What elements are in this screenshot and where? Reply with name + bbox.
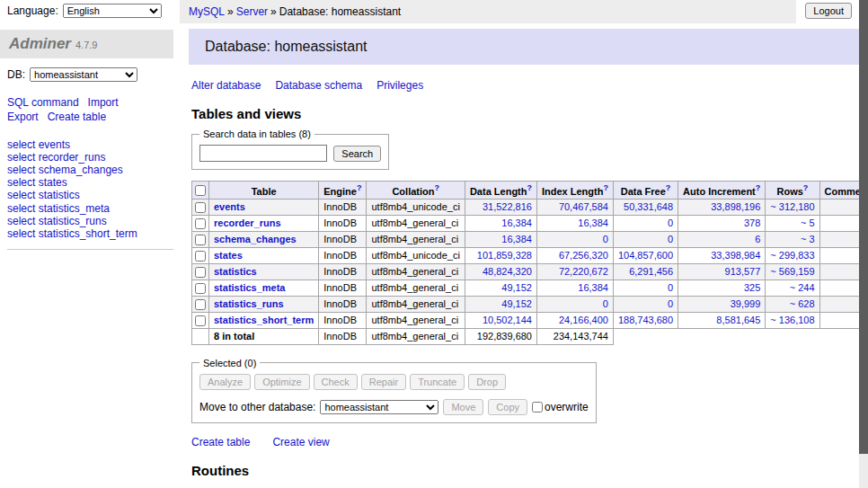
scrollbar-thumb[interactable] (859, 0, 868, 454)
index-length-link[interactable]: 24,166,400 (559, 315, 608, 325)
move-db-select[interactable]: homeassistant (320, 400, 438, 414)
check-button[interactable]: Check (314, 374, 358, 390)
auto-increment-link[interactable]: 33,898,196 (711, 201, 760, 212)
table-name-link[interactable]: statistics_runs (214, 298, 284, 309)
sidebar-item-select-recorder-runs[interactable]: select recorder_runs (7, 151, 173, 164)
select-all-checkbox[interactable] (195, 185, 206, 196)
table-name-link[interactable]: recorder_runs (214, 217, 281, 228)
search-button[interactable]: Search (333, 146, 381, 162)
database-schema-link[interactable]: Database schema (275, 79, 362, 92)
help-icon[interactable]: ? (527, 183, 532, 192)
index-length-link[interactable]: 0 (603, 234, 608, 244)
rows-count-link[interactable]: ~ 3 (801, 234, 815, 244)
alter-database-link[interactable]: Alter database (191, 79, 261, 92)
index-length-link[interactable]: 0 (603, 298, 608, 309)
auto-increment-link[interactable]: 6 (755, 234, 760, 244)
logout-button[interactable]: Logout (805, 3, 852, 19)
data-free-link[interactable]: 6,291,456 (629, 266, 673, 277)
sidebar-item-select-statistics[interactable]: select statistics (7, 189, 173, 201)
scrollbar[interactable] (859, 0, 868, 488)
auto-increment-link[interactable]: 913,577 (725, 266, 761, 277)
row-select-checkbox[interactable] (195, 235, 206, 245)
index-length-link[interactable]: 16,384 (578, 282, 608, 293)
row-select-checkbox[interactable] (195, 299, 206, 310)
breadcrumb-server-link[interactable]: Server (236, 5, 268, 18)
sidebar-item-select-events[interactable]: select events (7, 138, 173, 151)
data-length-link[interactable]: 49,152 (501, 282, 532, 293)
help-icon[interactable]: ? (434, 183, 439, 192)
data-free-link[interactable]: 50,331,648 (624, 201, 673, 212)
data-free-link[interactable]: 0 (668, 234, 673, 244)
table-name-link[interactable]: states (214, 250, 243, 261)
rows-count-link[interactable]: ~ 136,108 (770, 315, 814, 325)
data-length-link[interactable]: 49,152 (501, 298, 532, 309)
index-length-link[interactable]: 72,220,672 (559, 266, 608, 277)
sidebar-create-table-link[interactable]: Create table (48, 111, 106, 123)
rows-count-link[interactable]: ~ 299,833 (770, 250, 814, 261)
data-free-link[interactable]: 0 (668, 298, 673, 309)
help-icon[interactable]: ? (666, 183, 671, 192)
privileges-link[interactable]: Privileges (376, 79, 423, 92)
breadcrumb-mysql-link[interactable]: MySQL (189, 5, 225, 18)
rows-count-link[interactable]: ~ 628 (790, 298, 815, 309)
sidebar-item-select-statistics-runs[interactable]: select statistics_runs (7, 215, 173, 227)
data-length-link[interactable]: 16,384 (501, 217, 532, 228)
row-select-checkbox[interactable] (195, 267, 206, 278)
rows-count-link[interactable]: ~ 312,180 (770, 201, 814, 212)
optimize-button[interactable]: Optimize (254, 374, 309, 390)
drop-button[interactable]: Drop (468, 374, 506, 390)
row-select-checkbox[interactable] (195, 315, 206, 326)
auto-increment-link[interactable]: 378 (744, 217, 760, 228)
auto-increment-link[interactable]: 325 (744, 282, 760, 293)
data-length-link[interactable]: 16,384 (501, 234, 532, 244)
data-free-link[interactable]: 0 (668, 282, 673, 293)
rows-count-link[interactable]: ~ 569,159 (770, 266, 814, 277)
auto-increment-link[interactable]: 8,581,645 (716, 315, 760, 325)
help-icon[interactable]: ? (357, 183, 362, 192)
auto-increment-link[interactable]: 33,398,984 (711, 250, 760, 261)
row-select-checkbox[interactable] (195, 251, 206, 262)
table-name-link[interactable]: statistics_meta (214, 282, 286, 293)
overwrite-checkbox[interactable] (532, 402, 543, 413)
help-icon[interactable]: ? (603, 183, 608, 192)
data-free-link[interactable]: 188,743,680 (618, 315, 673, 325)
data-length-link[interactable]: 10,502,144 (483, 315, 532, 325)
move-button[interactable]: Move (443, 399, 483, 415)
auto-increment-link[interactable]: 39,999 (731, 298, 761, 309)
rows-count-link[interactable]: ~ 5 (801, 217, 815, 228)
sidebar-item-select-statistics-short-term[interactable]: select statistics_short_term (7, 227, 173, 240)
data-free-link[interactable]: 0 (668, 217, 673, 228)
data-length-link[interactable]: 48,824,320 (483, 266, 532, 277)
table-name-link[interactable]: schema_changes (214, 234, 297, 244)
repair-button[interactable]: Repair (361, 374, 406, 390)
truncate-button[interactable]: Truncate (410, 374, 465, 390)
help-icon[interactable]: ? (756, 183, 761, 192)
index-length-link[interactable]: 67,256,320 (559, 250, 608, 261)
table-name-link[interactable]: statistics (214, 266, 257, 277)
language-select[interactable]: English (63, 4, 162, 18)
row-select-checkbox[interactable] (195, 218, 206, 229)
sidebar-item-select-states[interactable]: select states (7, 176, 173, 189)
search-input[interactable] (199, 145, 327, 162)
sidebar-item-select-statistics-meta[interactable]: select statistics_meta (7, 202, 173, 215)
index-length-link[interactable]: 70,467,584 (559, 201, 608, 212)
data-length-link[interactable]: 101,859,328 (477, 250, 532, 261)
help-icon[interactable]: ? (803, 183, 809, 192)
create-view-link[interactable]: Create view (272, 436, 329, 448)
sidebar-sql-command-link[interactable]: SQL command (7, 96, 79, 109)
table-name-link[interactable]: events (214, 201, 245, 212)
index-length-link[interactable]: 16,384 (578, 217, 608, 228)
sidebar-item-select-schema-changes[interactable]: select schema_changes (7, 164, 173, 176)
row-select-checkbox[interactable] (195, 202, 206, 213)
row-select-checkbox[interactable] (195, 283, 206, 294)
data-length-link[interactable]: 31,522,816 (483, 201, 532, 212)
db-select[interactable]: homeassistant (30, 67, 137, 82)
table-name-link[interactable]: statistics_short_term (214, 315, 314, 325)
copy-button[interactable]: Copy (488, 399, 527, 415)
rows-count-link[interactable]: ~ 244 (790, 282, 815, 293)
analyze-button[interactable]: Analyze (199, 374, 251, 390)
create-table-link[interactable]: Create table (191, 436, 250, 448)
sidebar-export-link[interactable]: Export (7, 111, 39, 123)
sidebar-import-link[interactable]: Import (88, 96, 119, 109)
data-free-link[interactable]: 104,857,600 (618, 250, 673, 261)
